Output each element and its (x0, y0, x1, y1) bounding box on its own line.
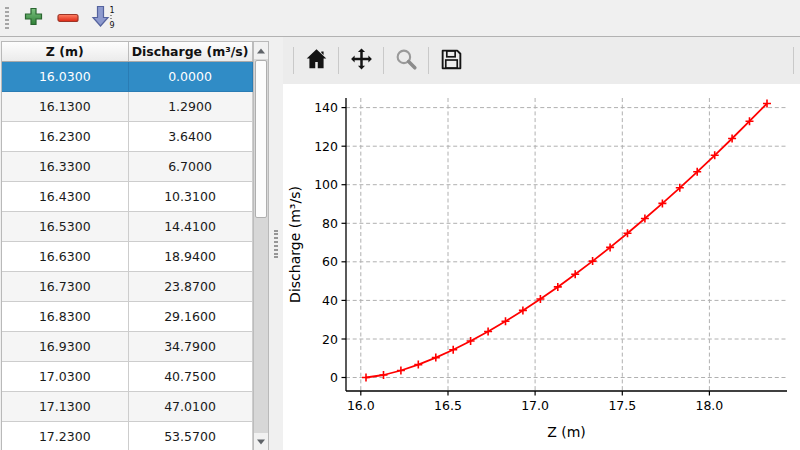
zoom-rect-button[interactable] (391, 46, 421, 76)
svg-text:80: 80 (322, 216, 338, 231)
discharge-rating-chart[interactable]: 16.016.517.017.518.0020406080100120140Z … (283, 84, 800, 450)
svg-text:0: 0 (330, 370, 338, 385)
table-row[interactable]: 16.23003.6400 (2, 121, 252, 151)
rating-table-panel: Z (m) Discharge (m³/s) 16.03000.000016.1… (1, 41, 269, 450)
toolbar-separator (293, 47, 294, 74)
table-row[interactable]: 17.130047.0100 (2, 391, 252, 421)
table-cell[interactable]: 34.7900 (128, 331, 252, 361)
table-row[interactable]: 16.930034.7900 (2, 331, 252, 361)
svg-text:40: 40 (322, 293, 338, 308)
panel-splitter[interactable] (269, 37, 283, 450)
svg-text:120: 120 (314, 139, 338, 154)
table-vertical-scrollbar[interactable] (253, 42, 269, 450)
table-cell[interactable]: 23.8700 (128, 271, 252, 301)
table-cell[interactable]: 16.1300 (2, 91, 128, 121)
table-row[interactable]: 16.830029.1600 (2, 301, 252, 331)
svg-text:100: 100 (314, 177, 338, 192)
table-cell[interactable]: 40.7500 (128, 361, 252, 391)
main-toolbar: 1 9 (0, 0, 800, 37)
table-cell[interactable]: 1.2900 (128, 91, 252, 121)
table-row[interactable]: 17.030040.7500 (2, 361, 252, 391)
table-cell[interactable]: 3.6400 (128, 121, 252, 151)
svg-text:16.5: 16.5 (434, 398, 462, 413)
toolbar-separator (338, 47, 339, 74)
svg-text:20: 20 (322, 332, 338, 347)
table-row[interactable]: 16.630018.9400 (2, 241, 252, 271)
toolbar-grip-handle[interactable] (5, 7, 9, 29)
plus-icon (24, 7, 43, 29)
rating-table: Z (m) Discharge (m³/s) 16.03000.000016.1… (2, 42, 253, 450)
table-cell[interactable]: 16.3300 (2, 151, 128, 181)
svg-text:9: 9 (109, 21, 114, 29)
table-cell[interactable]: 10.3100 (128, 181, 252, 211)
table-cell[interactable]: 16.4300 (2, 181, 128, 211)
table-row[interactable]: 16.33006.7000 (2, 151, 252, 181)
svg-text:60: 60 (322, 254, 338, 269)
save-icon (439, 47, 464, 75)
table-row[interactable]: 16.530014.4100 (2, 211, 252, 241)
table-cell[interactable]: 16.6300 (2, 241, 128, 271)
table-cell[interactable]: 18.9400 (128, 241, 252, 271)
scroll-up-icon (257, 48, 265, 53)
pan-button[interactable] (346, 46, 376, 76)
table-cell[interactable]: 16.8300 (2, 301, 128, 331)
svg-text:Z (m): Z (m) (547, 424, 586, 440)
table-cell[interactable]: 6.7000 (128, 151, 252, 181)
toolbar-separator (383, 47, 384, 74)
chart-nav-toolbar (283, 37, 800, 84)
table-cell[interactable]: 53.5700 (128, 421, 252, 450)
svg-text:17.0: 17.0 (521, 398, 549, 413)
svg-text:140: 140 (314, 100, 338, 115)
table-cell[interactable]: 17.2300 (2, 421, 128, 450)
toolbar-separator (793, 47, 794, 74)
table-row[interactable]: 16.430010.3100 (2, 181, 252, 211)
app-window: 1 9 Z (m) Discharge (m³/s) 16.03000.0000… (0, 0, 800, 450)
scrollbar-down-button[interactable] (254, 433, 269, 450)
table-cell[interactable]: 17.0300 (2, 361, 128, 391)
column-header-z[interactable]: Z (m) (2, 42, 128, 61)
add-row-button[interactable] (20, 5, 46, 31)
main-content: Z (m) Discharge (m³/s) 16.03000.000016.1… (0, 37, 800, 450)
table-cell[interactable]: 16.0300 (2, 61, 128, 91)
table-row[interactable]: 16.730023.8700 (2, 271, 252, 301)
figure-canvas[interactable]: 16.016.517.017.518.0020406080100120140Z … (283, 84, 800, 450)
home-view-button[interactable] (301, 46, 331, 76)
toolbar-separator (428, 47, 429, 74)
splitter-handle-icon (274, 230, 278, 258)
scroll-down-icon (257, 439, 265, 444)
scrollbar-up-button[interactable] (254, 42, 269, 59)
svg-text:1: 1 (109, 6, 114, 15)
column-header-discharge[interactable]: Discharge (m³/s) (128, 42, 252, 61)
magnifier-icon (394, 47, 419, 75)
svg-text:Discharge (m³/s): Discharge (m³/s) (287, 186, 303, 303)
save-figure-button[interactable] (436, 46, 466, 76)
move-icon (349, 47, 374, 75)
table-cell[interactable]: 29.1600 (128, 301, 252, 331)
table-row[interactable]: 17.230053.5700 (2, 421, 252, 450)
table-cell[interactable]: 16.5300 (2, 211, 128, 241)
table-row[interactable]: 16.13001.2900 (2, 91, 252, 121)
table-cell[interactable]: 16.2300 (2, 121, 128, 151)
scrollbar-thumb[interactable] (255, 60, 268, 218)
table-cell[interactable]: 47.0100 (128, 391, 252, 421)
remove-row-button[interactable] (55, 5, 81, 31)
table-cell[interactable]: 17.1300 (2, 391, 128, 421)
svg-text:17.5: 17.5 (608, 398, 636, 413)
svg-text:16.0: 16.0 (347, 398, 375, 413)
table-cell[interactable]: 16.7300 (2, 271, 128, 301)
table-cell[interactable]: 0.0000 (128, 61, 252, 91)
svg-text:18.0: 18.0 (695, 398, 723, 413)
home-icon (304, 47, 329, 75)
sort-rows-button[interactable]: 1 9 (90, 5, 116, 31)
minus-icon (57, 11, 79, 26)
sort-numeric-down-icon: 1 9 (90, 5, 117, 32)
table-cell[interactable]: 14.4100 (128, 211, 252, 241)
table-row[interactable]: 16.03000.0000 (2, 61, 252, 91)
table-cell[interactable]: 16.9300 (2, 331, 128, 361)
chart-panel: 16.016.517.017.518.0020406080100120140Z … (283, 37, 800, 450)
